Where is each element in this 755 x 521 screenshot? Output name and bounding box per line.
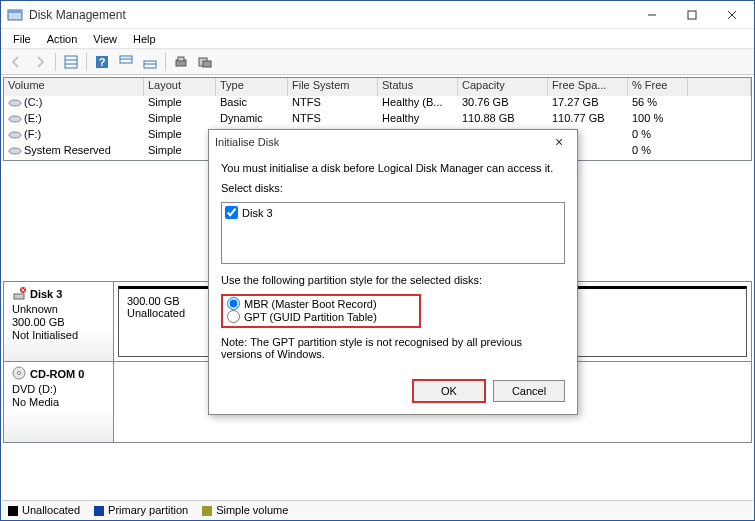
svg-point-19 [9, 100, 21, 106]
partition-style-label: Use the following partition style for th… [221, 274, 565, 286]
mbr-radio[interactable] [227, 297, 240, 310]
col-free[interactable]: Free Spa... [548, 78, 628, 96]
initialise-disk-dialog: Initialise Disk × You must initialise a … [208, 129, 578, 415]
dialog-note: Note: The GPT partition style is not rec… [221, 336, 565, 360]
settings-bottom-button[interactable] [139, 51, 161, 73]
titlebar: Disk Management [1, 1, 754, 29]
svg-point-20 [9, 116, 21, 122]
disk-label: Disk 3 Unknown 300.00 GB Not Initialised [4, 282, 114, 361]
close-button[interactable] [712, 2, 752, 28]
select-disks-label: Select disks: [221, 182, 565, 194]
separator [86, 53, 87, 71]
svg-rect-6 [65, 56, 77, 68]
action-button-1[interactable] [170, 51, 192, 73]
window-title: Disk Management [29, 8, 632, 22]
drive-icon [8, 98, 22, 108]
view-details-button[interactable] [60, 51, 82, 73]
back-button [5, 51, 27, 73]
warn-icon [12, 286, 26, 302]
disk-label: CD-ROM 0 DVD (D:) No Media [4, 362, 114, 442]
maximize-button[interactable] [672, 2, 712, 28]
col-type[interactable]: Type [216, 78, 288, 96]
menu-help[interactable]: Help [125, 31, 164, 47]
gpt-radio-label[interactable]: GPT (GUID Partition Table) [227, 310, 415, 323]
svg-point-21 [9, 132, 21, 138]
dialog-message: You must initialise a disk before Logica… [221, 162, 565, 174]
col-layout[interactable]: Layout [144, 78, 216, 96]
menu-view[interactable]: View [85, 31, 125, 47]
cancel-button[interactable]: Cancel [493, 380, 565, 402]
dialog-title: Initialise Disk [215, 136, 547, 148]
disk-checkbox[interactable] [225, 206, 238, 219]
toolbar: ? [1, 49, 754, 75]
svg-rect-3 [688, 11, 696, 19]
svg-rect-23 [14, 294, 24, 299]
partition-style-group: MBR (Master Boot Record) GPT (GUID Parti… [221, 294, 421, 328]
volume-header: Volume Layout Type File System Status Ca… [4, 78, 751, 96]
disk-select-item[interactable]: Disk 3 [224, 205, 562, 220]
legend-key-primary [94, 506, 104, 516]
drive-icon [8, 114, 22, 124]
svg-rect-16 [178, 57, 184, 61]
cd-icon [12, 366, 26, 382]
col-volume[interactable]: Volume [4, 78, 144, 96]
svg-point-22 [9, 148, 21, 154]
dialog-titlebar[interactable]: Initialise Disk × [209, 130, 577, 154]
svg-text:?: ? [99, 56, 106, 68]
disk-select-list[interactable]: Disk 3 [221, 202, 565, 264]
dialog-close-button[interactable]: × [547, 134, 571, 150]
app-icon [7, 7, 23, 23]
volume-row[interactable]: (E:) SimpleDynamicNTFSHealthy110.88 GB11… [4, 112, 751, 128]
separator [165, 53, 166, 71]
svg-point-26 [18, 372, 21, 375]
svg-rect-18 [203, 61, 211, 67]
col-fs[interactable]: File System [288, 78, 378, 96]
ok-button[interactable]: OK [413, 380, 485, 402]
col-capacity[interactable]: Capacity [458, 78, 548, 96]
drive-icon [8, 146, 22, 156]
legend: Unallocated Primary partition Simple vol… [2, 500, 753, 519]
svg-rect-1 [8, 10, 22, 13]
col-status[interactable]: Status [378, 78, 458, 96]
volume-row[interactable]: (C:) SimpleBasicNTFSHealthy (B...30.76 G… [4, 96, 751, 112]
menu-action[interactable]: Action [39, 31, 86, 47]
forward-button [29, 51, 51, 73]
drive-icon [8, 130, 22, 140]
settings-top-button[interactable] [115, 51, 137, 73]
separator [55, 53, 56, 71]
gpt-radio[interactable] [227, 310, 240, 323]
legend-key-simple [202, 506, 212, 516]
mbr-radio-label[interactable]: MBR (Master Boot Record) [227, 297, 415, 310]
menubar: File Action View Help [1, 29, 754, 49]
action-button-2[interactable] [194, 51, 216, 73]
menu-file[interactable]: File [5, 31, 39, 47]
minimize-button[interactable] [632, 2, 672, 28]
help-button[interactable]: ? [91, 51, 113, 73]
col-pct[interactable]: % Free [628, 78, 688, 96]
legend-key-unalloc [8, 506, 18, 516]
